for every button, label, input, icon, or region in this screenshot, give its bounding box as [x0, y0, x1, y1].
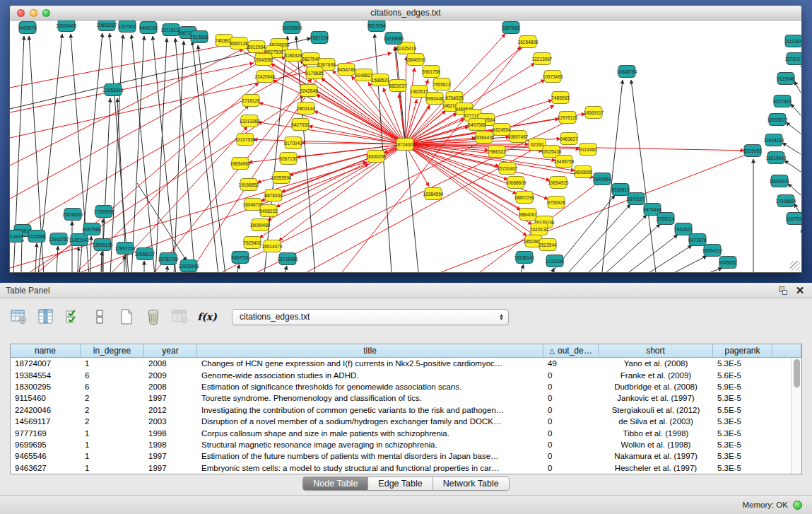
- graph-node[interactable]: 16154808: [518, 36, 539, 48]
- graph-node[interactable]: 18300295: [366, 151, 387, 163]
- minimize-window-button[interactable]: [30, 9, 37, 17]
- graph-node[interactable]: 16782759: [158, 253, 179, 265]
- citation-network-graph[interactable]: 1872400718300295193845547463822866012889…: [10, 21, 801, 272]
- graph-node[interactable]: 8878334: [264, 189, 283, 201]
- graph-node[interactable]: 15751074: [785, 53, 801, 65]
- graph-node[interactable]: 9990448: [425, 93, 444, 105]
- graph-node[interactable]: 10654112: [702, 245, 723, 257]
- graph-node[interactable]: 16495758: [554, 156, 575, 168]
- graph-node[interactable]: 22420046: [255, 71, 276, 83]
- graph-node[interactable]: 2718126: [242, 95, 260, 107]
- graph-node[interactable]: 12444193: [764, 134, 784, 146]
- graph-node[interactable]: 19654985: [230, 158, 251, 170]
- graph-node[interactable]: 19654923: [548, 177, 569, 189]
- show-columns-icon[interactable]: [37, 308, 55, 325]
- table-row[interactable]: 977716911998Corpus callosum shape and si…: [11, 427, 801, 438]
- column-header-short[interactable]: short: [599, 344, 713, 357]
- graph-node[interactable]: 17957253: [115, 243, 136, 255]
- table-row[interactable]: 2242004622012Investigating the contribut…: [11, 404, 801, 416]
- graph-node[interactable]: 21053346: [103, 84, 124, 96]
- graph-node[interactable]: 8186328: [284, 49, 302, 62]
- graph-node[interactable]: 19218986: [384, 33, 404, 45]
- tab-network-table[interactable]: Network Table: [433, 477, 509, 490]
- graph-node[interactable]: 10973493: [543, 71, 563, 83]
- table-selector-dropdown[interactable]: citations_edges.txt ▲▼: [232, 309, 509, 325]
- graph-node[interactable]: 18807293: [514, 192, 535, 204]
- graph-node[interactable]: 1527602: [118, 21, 136, 33]
- graph-node[interactable]: 7515526: [190, 31, 208, 43]
- graph-node[interactable]: 10807487: [508, 131, 529, 143]
- table-row[interactable]: 946554611997Estimation of the future num…: [11, 450, 801, 462]
- graph-node[interactable]: 6961758: [422, 66, 440, 78]
- graph-node[interactable]: 20691406: [57, 21, 77, 32]
- close-window-button[interactable]: [17, 9, 25, 17]
- graph-node[interactable]: 9457791: [231, 252, 249, 264]
- graph-node[interactable]: 16648784: [617, 66, 637, 78]
- graph-node[interactable]: 1588520: [371, 74, 389, 86]
- column-header-in-degree[interactable]: in_degree: [81, 344, 144, 357]
- graph-node[interactable]: 20364436: [474, 132, 495, 144]
- graph-node[interactable]: 10958107: [135, 248, 155, 260]
- graph-node[interactable]: 9884067: [519, 209, 537, 221]
- graph-node[interactable]: 19166852: [239, 179, 259, 191]
- table-row[interactable]: 1872400712008Changes of HCN gene express…: [11, 358, 801, 369]
- graph-node[interactable]: 1733426: [546, 255, 564, 267]
- delete-table-icon[interactable]: [144, 308, 163, 325]
- graph-node[interactable]: 9245652: [719, 257, 737, 269]
- graph-node[interactable]: 9115460: [579, 144, 597, 156]
- tab-node-table[interactable]: Node Table: [303, 477, 368, 490]
- graph-node[interactable]: 17359938: [94, 206, 114, 218]
- graph-node[interactable]: 9146821: [355, 69, 373, 81]
- column-header-out-de-[interactable]: △out_de…: [543, 344, 599, 357]
- graph-node[interactable]: 5498222: [259, 205, 278, 217]
- graph-node[interactable]: 15992971: [770, 175, 790, 187]
- graph-node[interactable]: 1640954: [593, 173, 611, 185]
- graph-node[interactable]: 15716485: [278, 253, 298, 265]
- graph-node[interactable]: 12213967: [532, 53, 553, 65]
- graph-node[interactable]: 9242848: [300, 85, 318, 97]
- graph-node[interactable]: 7625402: [243, 237, 261, 249]
- graph-node[interactable]: 16210643: [766, 152, 787, 164]
- graph-node[interactable]: 9699695: [574, 166, 592, 178]
- graph-node[interactable]: 8660128: [230, 37, 248, 49]
- select-rows-icon[interactable]: [64, 308, 82, 325]
- graph-node[interactable]: 12923448: [179, 260, 199, 272]
- graph-node[interactable]: 16099489: [250, 219, 271, 231]
- graph-node[interactable]: 25206526: [63, 209, 83, 221]
- graph-node[interactable]: 6466160: [139, 22, 158, 34]
- graph-node[interactable]: 16033809: [282, 22, 302, 34]
- graph-node[interactable]: 2687682: [502, 22, 520, 34]
- import-table-icon[interactable]: [171, 308, 189, 325]
- network-canvas[interactable]: 1872400718300295193845547463822866012889…: [10, 21, 801, 272]
- graph-node[interactable]: 8471676: [688, 234, 707, 246]
- close-panel-icon[interactable]: ✕: [794, 285, 806, 296]
- table-scrollbar-thumb[interactable]: [794, 359, 800, 387]
- graph-node[interactable]: 12342757: [49, 233, 69, 245]
- graph-node[interactable]: 17016504: [776, 195, 796, 207]
- graph-node[interactable]: 16353594: [271, 172, 292, 184]
- graph-node[interactable]: 7857224: [310, 32, 329, 44]
- table-row[interactable]: 969969511998Structural magnetic resonanc…: [11, 439, 801, 450]
- graph-node[interactable]: 8813054: [367, 21, 386, 32]
- graph-node[interactable]: 10653287: [97, 21, 117, 31]
- graph-node[interactable]: 16543382: [254, 54, 274, 66]
- graph-node[interactable]: 9463627: [560, 133, 578, 145]
- graph-node[interactable]: 13505135: [93, 239, 113, 251]
- network-window-titlebar[interactable]: citations_edges.txt: [10, 6, 801, 21]
- graph-node[interactable]: 16640910: [406, 54, 426, 66]
- graph-node[interactable]: 2522544: [539, 239, 557, 251]
- table-row[interactable]: 911546021997Tourette syndrome. Phenomeno…: [11, 392, 801, 404]
- graph-node[interactable]: 9405574: [18, 22, 37, 34]
- graph-node[interactable]: 14569117: [584, 107, 604, 119]
- function-builder-icon[interactable]: f(x): [198, 308, 216, 325]
- column-header-title[interactable]: title: [197, 344, 543, 357]
- graph-node[interactable]: 8912954: [247, 41, 266, 53]
- table-row[interactable]: 1938455462009Genome-wide association stu…: [11, 369, 801, 380]
- graph-node[interactable]: 7932621: [674, 223, 693, 235]
- graph-node[interactable]: 2803144: [297, 103, 315, 115]
- graph-node[interactable]: 1112304: [785, 35, 801, 47]
- graph-node[interactable]: 9267150: [279, 153, 298, 165]
- graph-node[interactable]: 8938913: [611, 184, 630, 196]
- graph-node[interactable]: 7485063: [551, 92, 570, 104]
- zoom-window-button[interactable]: [42, 9, 50, 17]
